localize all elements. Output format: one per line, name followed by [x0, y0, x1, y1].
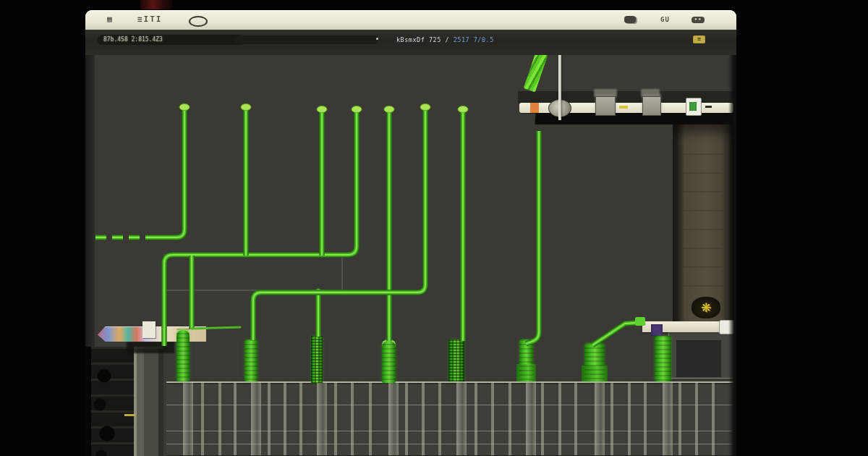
address-toolbar: 87b.4S8 2:815.4Z3 kBsmxDf 725 / 2517 7/0…: [85, 30, 736, 55]
url-text[interactable]: kBsmxDf 725 / 2517 7/0.5: [396, 35, 494, 44]
ddash-widget[interactable]: [705, 106, 712, 108]
pipe: [526, 131, 539, 344]
white-pole: [558, 55, 561, 120]
pipe: [156, 108, 184, 237]
app-window: ▦ ≡ITI GU •• 87b.4S8 2:815.4Z3 kBsmxDf 7…: [85, 10, 736, 456]
pipe-cap: [352, 106, 362, 113]
pipe-cap: [179, 104, 190, 111]
desktop-background: ▦ ≡ITI GU •• 87b.4S8 2:815.4Z3 kBsmxDf 7…: [0, 0, 868, 456]
pipe: [156, 108, 184, 237]
dots-icon[interactable]: ••: [692, 17, 705, 23]
thin-line: [192, 327, 240, 329]
ydash-widget[interactable]: [619, 106, 628, 109]
block-widget[interactable]: [642, 96, 661, 116]
address-pill-tail: [234, 35, 378, 44]
pipe-cap: [317, 106, 327, 113]
orange-segment: [530, 103, 539, 113]
window-titlebar[interactable]: ▦ ≡ITI GU ••: [85, 10, 736, 30]
fiti-icon[interactable]: ≡ITI: [137, 14, 163, 25]
oval-icon[interactable]: [189, 16, 208, 27]
pipe-cap: [458, 106, 468, 113]
pipe: [253, 108, 425, 340]
pipe: [156, 108, 184, 237]
status-dot: [376, 38, 378, 40]
background-object: [140, 0, 172, 9]
main-canvas[interactable]: ❋: [85, 55, 734, 456]
gu-icon[interactable]: GU: [660, 14, 670, 25]
menu-grid-icon[interactable]: ▦: [107, 14, 113, 25]
white-widget[interactable]: [686, 98, 702, 116]
pipe: [253, 108, 425, 340]
address-pill[interactable]: 87b.4S8 2:815.4Z3: [98, 35, 245, 45]
pipe-cap: [384, 106, 394, 113]
block-widget[interactable]: [595, 96, 616, 116]
pipe-cap: [241, 104, 251, 111]
notification-badge[interactable]: ≡: [693, 35, 705, 43]
window-control-icon[interactable]: [624, 16, 636, 23]
canvas-right-edge: [728, 55, 734, 456]
green-node: [635, 317, 645, 326]
pipe: [253, 108, 425, 340]
pipe-cap: [420, 104, 430, 111]
